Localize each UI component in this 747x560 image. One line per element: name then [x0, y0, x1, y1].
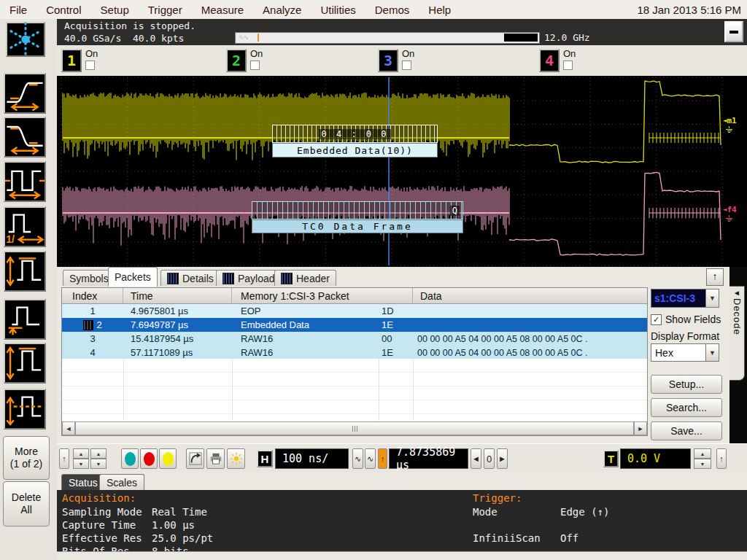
channel-4-button[interactable]: 4: [539, 49, 560, 72]
marker-red-button[interactable]: [140, 448, 158, 469]
memory-bar-thumb[interactable]: [504, 34, 538, 42]
channel-4-number: 4: [545, 52, 554, 69]
tab-details[interactable]: Details: [160, 270, 220, 286]
save-button[interactable]: Save...: [651, 421, 722, 440]
scroll-right-button[interactable]: ►: [634, 421, 647, 435]
channel-2-on-label: On: [250, 49, 263, 59]
infiniiscan-label: InfiniiScan: [473, 532, 541, 544]
meas-fall-time-button[interactable]: [4, 117, 46, 158]
trigger-badge-letter: T: [608, 453, 614, 465]
vertical-spinner-2[interactable]: ▲▼: [90, 448, 107, 469]
col-header-index[interactable]: Index: [62, 288, 123, 303]
menu-demos[interactable]: Demos: [365, 4, 419, 16]
marker-m1[interactable]: ◄m1: [723, 117, 737, 133]
table-row[interactable]: 1 4.9675801 µs EOP 1D: [62, 304, 647, 318]
delete-all-button[interactable]: Delete All: [3, 481, 50, 526]
decode-side-tab[interactable]: ◄ Decode: [729, 286, 745, 381]
position-zero-button[interactable]: 0: [484, 448, 495, 469]
fine-scale-button[interactable]: ∿: [352, 448, 363, 469]
ch1-decode-field-boxes: 0 4 : 0 0: [272, 125, 438, 143]
channel-2-button[interactable]: 2: [226, 49, 247, 72]
channel-3-on-label: On: [402, 49, 414, 59]
meas-v-base-button[interactable]: [4, 299, 46, 340]
show-fields-checkbox[interactable]: ✓: [651, 314, 662, 325]
table-row-selected[interactable]: 2 7.6949787 µs Embedded Data 1E: [62, 318, 647, 332]
marker-yellow-button[interactable]: [159, 448, 177, 469]
menu-analyze[interactable]: Analyze: [253, 4, 311, 16]
col-header-data[interactable]: Data: [413, 288, 647, 303]
search-button[interactable]: Search...: [651, 398, 722, 417]
horizontal-toolbar: ↑ ▲▼ ▲▼ H 100 ns/ ∿ ∿ ↑ 7.8735869 µs ◄ 0…: [57, 443, 747, 473]
timebase-readout[interactable]: 100 ns/: [275, 448, 349, 469]
channel-3-checkbox[interactable]: [402, 61, 411, 70]
trigger-level-spinner[interactable]: ▲▼: [694, 448, 711, 469]
menu-setup[interactable]: Setup: [91, 4, 139, 16]
scroll-left-button[interactable]: ◄: [62, 421, 75, 435]
setup-button[interactable]: Setup...: [651, 375, 722, 394]
menu-measure[interactable]: Measure: [192, 4, 253, 16]
trigger-level-readout[interactable]: 0.0 V: [620, 448, 691, 469]
coarse-scale-button[interactable]: ∿: [365, 448, 376, 469]
scrollbar-thumb[interactable]: [75, 421, 634, 435]
channel-3-number: 3: [384, 52, 392, 69]
tab-details-label: Details: [182, 273, 214, 284]
menu-help[interactable]: Help: [419, 4, 460, 16]
print-button[interactable]: [206, 448, 225, 469]
marker-f4[interactable]: ◄f4: [723, 206, 737, 222]
display-format-dropdown[interactable]: Hex ▼: [651, 343, 719, 362]
minimize-button[interactable]: [724, 21, 743, 42]
pan-zoom-button[interactable]: [186, 448, 204, 469]
channel-3-button[interactable]: 3: [378, 49, 398, 72]
channel-2-checkbox[interactable]: [250, 61, 260, 70]
table-row[interactable]: 3 15.4187954 µs RAW16 00 00 00 00 A5 04 …: [62, 332, 647, 346]
meas-rise-time-button[interactable]: [4, 73, 46, 114]
logo-button[interactable]: [6, 22, 45, 57]
meas-v-peak-peak-button[interactable]: [4, 251, 46, 292]
chevron-down-icon[interactable]: ▼: [705, 344, 719, 361]
menu-control[interactable]: Control: [36, 4, 90, 16]
marker-teal-button[interactable]: [121, 448, 139, 469]
collapse-up-button-right[interactable]: ↑: [716, 448, 727, 469]
decode-source-dropdown[interactable]: s1:CSI-3 ▼: [651, 289, 719, 308]
tab-payload[interactable]: Payload: [216, 270, 282, 286]
packet-table-header: Index Time Memory 1:CSI-3 Packet Data: [62, 288, 647, 304]
waveform-display[interactable]: 0 4 : 0 0 Embedded Data(10)) Q TC0 Data …: [57, 76, 747, 267]
yellow-dot-icon: [163, 452, 174, 466]
col-header-time[interactable]: Time: [123, 288, 232, 303]
marker-m1-label: m1: [727, 116, 736, 125]
menu-trigger[interactable]: Trigger: [139, 4, 192, 16]
menu-utilities[interactable]: Utilities: [311, 4, 365, 16]
channel-1-checkbox[interactable]: [85, 61, 95, 70]
horizontal-position-readout[interactable]: 7.8735869 µs: [389, 448, 468, 469]
meas-v-max-button[interactable]: [4, 343, 46, 384]
table-horizontal-scrollbar[interactable]: ◄ ►: [62, 421, 647, 435]
table-row[interactable]: 4 57.1171089 µs RAW16 1E 00 00 00 A5 04 …: [62, 346, 647, 359]
right-edge-strip: ◄ Decode: [729, 267, 747, 443]
vertical-spinner-1[interactable]: ▲▼: [73, 448, 89, 469]
collapse-up-button[interactable]: ↑: [59, 448, 69, 469]
show-fields-control[interactable]: ✓ Show Fields: [651, 314, 721, 325]
memory-bar-slider[interactable]: ∿∿: [235, 32, 540, 44]
tab-scales[interactable]: Scales: [99, 474, 144, 491]
trigger-reference-button[interactable]: ↑: [378, 448, 387, 469]
packet-table: Index Time Memory 1:CSI-3 Packet Data 1 …: [61, 287, 648, 436]
channel-1-button[interactable]: 1: [61, 49, 82, 72]
more-button[interactable]: More (1 of 2): [3, 436, 50, 480]
decode-controls-panel: s1:CSI-3 ▼ ✓ Show Fields Display Format …: [649, 286, 729, 443]
tab-symbols[interactable]: Symbols: [63, 270, 115, 286]
chevron-down-icon[interactable]: ▼: [705, 289, 719, 307]
menu-file[interactable]: File: [0, 4, 36, 16]
down-arrow-icon: ▼: [73, 459, 89, 469]
meas-frequency-button[interactable]: 1/: [4, 206, 46, 247]
panel-collapse-up-button[interactable]: ↑: [706, 268, 724, 286]
position-right-button[interactable]: ►: [497, 448, 508, 469]
col-header-packet[interactable]: Memory 1:CSI-3 Packet: [232, 288, 413, 303]
channel-4-checkbox[interactable]: [563, 61, 573, 70]
display-brightness-button[interactable]: [227, 448, 245, 469]
meas-v-average-button[interactable]: [4, 389, 46, 429]
position-left-button[interactable]: ◄: [471, 448, 481, 469]
tab-packets[interactable]: Packets: [108, 267, 158, 287]
meas-period-button[interactable]: [4, 161, 46, 202]
tab-header[interactable]: Header: [274, 270, 336, 286]
tab-status[interactable]: Status: [61, 474, 105, 491]
